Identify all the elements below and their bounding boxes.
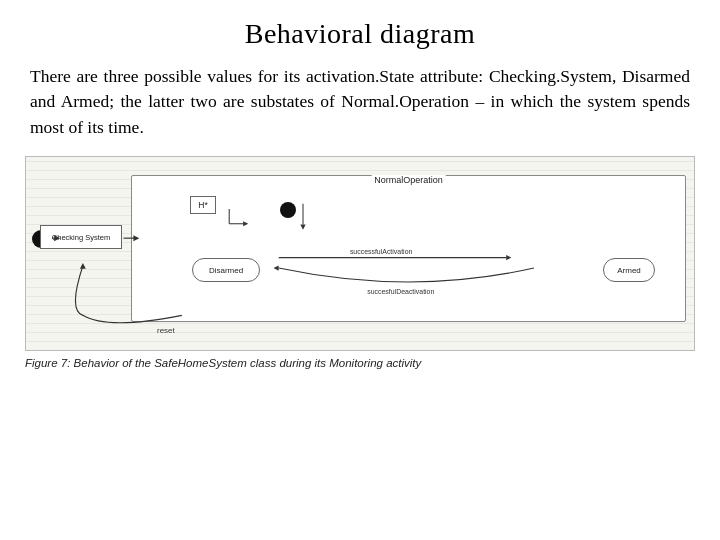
svg-marker-6 <box>273 266 278 271</box>
body-paragraph: There are three possible values for its … <box>30 64 690 140</box>
svg-text:succesfulDeactivation: succesfulDeactivation <box>367 288 434 295</box>
page-title: Behavioral diagram <box>30 18 690 50</box>
svg-text:reset: reset <box>157 326 175 335</box>
disarmed-box: Disarmed <box>192 258 260 282</box>
diagram-area: NormalOperation H* Disarmed Armed <box>30 156 690 528</box>
svg-marker-14 <box>80 263 86 269</box>
svg-marker-2 <box>243 221 248 226</box>
normal-operation-region: NormalOperation H* Disarmed Armed <box>131 175 686 322</box>
svg-marker-4 <box>506 255 511 260</box>
h-box: H* <box>190 196 216 214</box>
svg-text:successfulActivation: successfulActivation <box>350 248 413 255</box>
armed-box: Armed <box>603 258 655 282</box>
checking-system-box: Checking System <box>40 225 122 249</box>
page: Behavioral diagram There are three possi… <box>0 0 720 540</box>
normal-operation-label: NormalOperation <box>371 175 446 185</box>
svg-marker-9 <box>300 225 305 230</box>
initial-pseudostate-inner <box>280 202 296 218</box>
figure-caption: Figure 7: Behavior of the SafeHomeSystem… <box>25 357 695 369</box>
diagram-box: NormalOperation H* Disarmed Armed <box>25 156 695 351</box>
